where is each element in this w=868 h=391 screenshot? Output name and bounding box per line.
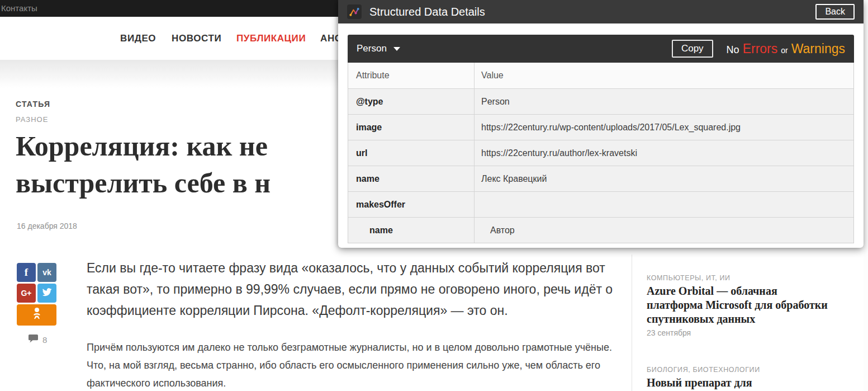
overlay-header: Structured Data Details Back — [338, 0, 864, 23]
sidebar-post1-category[interactable]: КОМПЬЮТЕРЫ, ИТ, ИИ — [647, 274, 731, 282]
table-row-makesoffer: makesOffer — [348, 191, 853, 217]
contacts-link[interactable]: Контакты — [1, 0, 37, 17]
attribute-cell: url — [348, 140, 475, 166]
value-cell — [475, 192, 853, 217]
column-header-value: Value — [475, 63, 853, 88]
article-title-line1: Корреляция: как не — [16, 130, 268, 162]
table-row-url: url https://22century.ru/author/lex-krav… — [348, 140, 853, 166]
nav-item-video[interactable]: ВИДЕО — [120, 17, 156, 60]
attributes-table: Attribute Value @type Person image https… — [348, 63, 854, 243]
attribute-cell: @type — [348, 89, 475, 114]
copy-button[interactable]: Copy — [672, 40, 713, 58]
article-category-link[interactable]: РАЗНОЕ — [16, 115, 48, 124]
structured-data-details-panel: Structured Data Details Back Person Copy… — [338, 0, 864, 248]
article-kicker: СТАТЬЯ — [16, 100, 50, 109]
article-date: 16 декабря 2018 — [17, 222, 77, 230]
sidebar-divider — [632, 255, 632, 391]
nav-item-news[interactable]: НОВОСТИ — [172, 17, 221, 60]
attribute-cell: name — [348, 218, 475, 243]
type-selector-dropdown[interactable]: Person — [357, 43, 400, 54]
share-facebook-button[interactable]: f — [17, 263, 36, 282]
value-cell: Автор — [475, 218, 853, 243]
overlay-toolbar: Person Copy No Errors or Warnings — [348, 35, 854, 63]
article-title-line2: выстрелить себе в н — [16, 167, 271, 199]
value-cell: https://22century.ru/wp-content/uploads/… — [475, 115, 853, 140]
share-odnoklassniki-button[interactable] — [17, 304, 56, 326]
article-body-paragraph: Причём пользуются им далеко не только бе… — [87, 338, 618, 391]
sidebar-post2-title[interactable]: Новый препарат для — [647, 376, 834, 390]
overlay-title: Structured Data Details — [369, 6, 485, 18]
sidebar-post1-title[interactable]: Azure Orbital — облачная платформа Micro… — [647, 284, 834, 326]
validation-status: No Errors or Warnings — [727, 41, 845, 56]
comment-bubble-icon — [28, 334, 39, 346]
share-googleplus-button[interactable]: G+ — [17, 284, 36, 303]
odnoklassniki-icon — [32, 307, 41, 323]
back-button[interactable]: Back — [815, 4, 855, 20]
share-twitter-button[interactable] — [37, 284, 56, 303]
twitter-bird-icon — [42, 288, 52, 299]
attribute-cell: name — [348, 166, 475, 191]
value-cell: Лекс Кравецкий — [475, 166, 853, 191]
chevron-down-icon — [393, 47, 400, 51]
attribute-cell: image — [348, 115, 475, 140]
status-warnings: Warnings — [791, 41, 845, 56]
table-header-row: Attribute Value — [348, 63, 853, 88]
table-row-nested-name: name Автор — [348, 217, 853, 243]
table-row-image: image https://22century.ru/wp-content/up… — [348, 114, 853, 140]
article-lead-paragraph: Если вы где-то читаете фразу вида «оказа… — [87, 257, 618, 321]
table-row-type: @type Person — [348, 88, 853, 114]
sidebar-post2-category[interactable]: БИОЛОГИЯ, БИОТЕХНОЛОГИИ — [647, 366, 760, 374]
scrollbar-track[interactable] — [864, 0, 868, 391]
sidebar-post1-date: 23 сентября — [647, 328, 691, 337]
share-vk-button[interactable]: vk — [37, 263, 56, 282]
table-row-name: name Лекс Кравецкий — [348, 166, 853, 191]
value-cell: https://22century.ru/author/lex-kravetsk… — [475, 140, 853, 166]
comments-indicator[interactable]: 8 — [28, 334, 47, 346]
structured-data-icon — [347, 4, 362, 19]
column-header-attribute: Attribute — [348, 63, 475, 88]
type-selector-value: Person — [357, 43, 387, 54]
status-or: or — [781, 46, 788, 55]
comments-count: 8 — [42, 335, 47, 345]
nav-item-publications[interactable]: ПУБЛИКАЦИИ — [236, 17, 306, 60]
status-no: No — [727, 44, 739, 56]
status-errors: Errors — [743, 41, 778, 56]
value-cell: Person — [475, 89, 853, 114]
attribute-cell: makesOffer — [348, 192, 475, 217]
